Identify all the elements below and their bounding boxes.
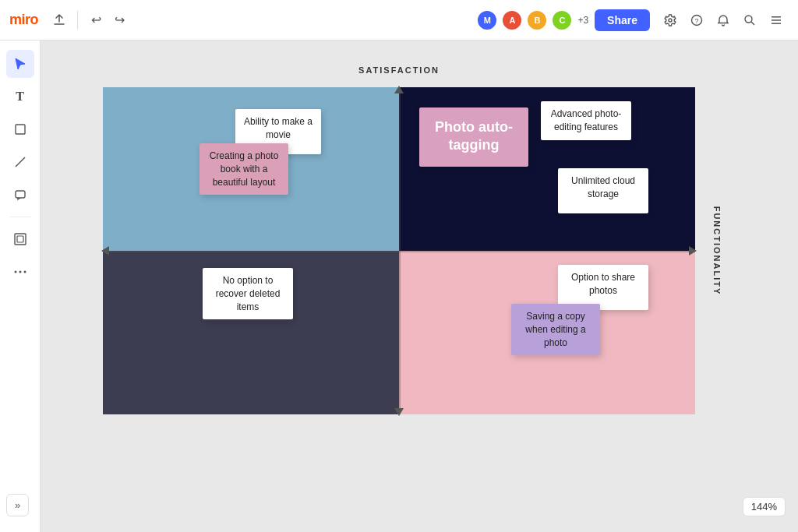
svg-point-14 bbox=[23, 271, 26, 273]
sidebar-separator bbox=[9, 217, 31, 217]
avatar-1: M bbox=[476, 9, 498, 31]
panel-toggle-button[interactable]: » bbox=[6, 494, 29, 516]
arrow-down-icon bbox=[394, 408, 404, 416]
svg-point-12 bbox=[14, 271, 16, 273]
svg-rect-9 bbox=[16, 191, 25, 198]
sticky-advanced-editing[interactable]: Advanced photo-editing features bbox=[541, 101, 631, 140]
upload-button[interactable] bbox=[48, 9, 71, 32]
text-tool[interactable]: T bbox=[6, 83, 34, 111]
avatar-4: C bbox=[551, 9, 573, 31]
avatar-extra-count: +3 bbox=[577, 15, 588, 26]
svg-line-3 bbox=[751, 22, 754, 25]
avatar-2: A bbox=[501, 9, 523, 31]
sticky-note-tool[interactable] bbox=[6, 115, 34, 143]
miro-logo: miro bbox=[9, 12, 38, 28]
sticky-saving-copy[interactable]: Saving a copy when editing a photo bbox=[511, 304, 600, 355]
diagram: SATISFACTION FUNCTIONALITY Ability to ma… bbox=[103, 87, 695, 414]
notifications-button[interactable] bbox=[711, 8, 736, 33]
svg-rect-6 bbox=[772, 23, 781, 24]
more-tools-button[interactable] bbox=[6, 258, 34, 286]
sticky-deleted-items[interactable]: No option to recover deleted items bbox=[203, 268, 293, 319]
redo-button[interactable]: ↪ bbox=[108, 9, 131, 32]
help-button[interactable]: ? bbox=[684, 8, 709, 33]
svg-rect-5 bbox=[772, 19, 781, 21]
toolbar-separator bbox=[77, 11, 78, 30]
zoom-level: 144% bbox=[743, 497, 786, 516]
frame-tool[interactable] bbox=[6, 225, 34, 253]
quadrant-grid: Ability to make a movie Creating a photo… bbox=[103, 87, 695, 414]
avatar-3: B bbox=[526, 9, 548, 31]
canvas-area[interactable]: SATISFACTION FUNCTIONALITY Ability to ma… bbox=[41, 41, 798, 532]
search-button[interactable] bbox=[737, 8, 762, 33]
svg-rect-11 bbox=[17, 236, 23, 242]
share-button[interactable]: Share bbox=[595, 9, 650, 31]
topbar: miro ↩ ↪ M A B C +3 Share ? bbox=[0, 0, 798, 41]
sticky-auto-tagging[interactable]: Photo auto-tagging bbox=[419, 107, 528, 167]
comment-tool[interactable] bbox=[6, 181, 34, 209]
menu-button[interactable] bbox=[764, 8, 789, 33]
satisfaction-axis-label: SATISFACTION bbox=[358, 65, 440, 75]
cursor-tool[interactable] bbox=[6, 50, 34, 78]
arrow-right-icon bbox=[689, 246, 697, 255]
pen-tool[interactable] bbox=[6, 148, 34, 176]
svg-rect-7 bbox=[16, 125, 25, 134]
arrow-left-icon bbox=[101, 246, 109, 255]
svg-line-8 bbox=[16, 157, 25, 167]
svg-text:?: ? bbox=[694, 17, 698, 25]
svg-rect-4 bbox=[772, 16, 781, 18]
sticky-cloud-storage[interactable]: Unlimited cloud storage bbox=[558, 168, 648, 213]
undo-button[interactable]: ↩ bbox=[84, 9, 108, 32]
arrow-up-icon bbox=[394, 86, 404, 93]
functionality-axis-label: FUNCTIONALITY bbox=[713, 206, 722, 296]
svg-point-2 bbox=[745, 16, 752, 23]
collaborator-avatars: M A B C +3 bbox=[476, 9, 588, 31]
sidebar: T bbox=[0, 41, 41, 532]
sticky-photo-book[interactable]: Creating a photo book with a beautiful l… bbox=[200, 143, 288, 195]
vertical-axis bbox=[399, 87, 401, 414]
settings-button[interactable] bbox=[658, 8, 683, 33]
svg-point-13 bbox=[19, 271, 21, 273]
svg-rect-10 bbox=[15, 234, 26, 245]
